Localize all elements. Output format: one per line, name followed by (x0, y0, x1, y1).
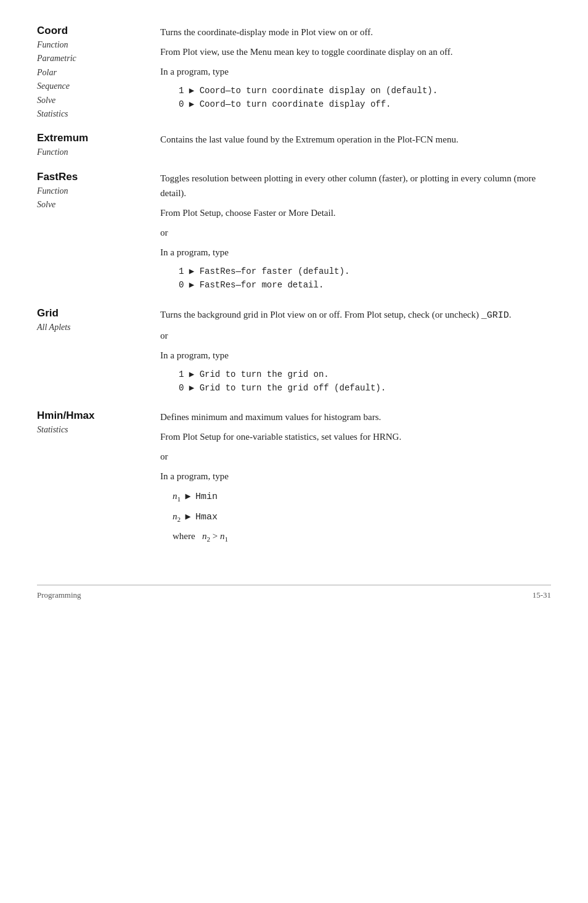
grid-sub-1: All Aplets (37, 321, 148, 334)
extremum-subtitles: Function (37, 146, 148, 159)
hmin-n1: n (173, 491, 178, 501)
entry-grid-left: Grid All Aplets (37, 307, 160, 399)
extremum-para-1: Contains the last value found by the Ext… (160, 132, 551, 147)
hmin-arrow: ▶ (186, 492, 191, 502)
entry-extremum-right: Contains the last value found by the Ext… (160, 132, 551, 159)
entry-extremum: Extremum Function Contains the last valu… (37, 132, 551, 159)
entry-hmin-hmax-right: Defines minimum and maximum values for h… (160, 410, 551, 549)
hmin-sub1: 1 (178, 495, 181, 503)
grid-para-2: In a program, type (160, 348, 551, 363)
grid-code-2: 0 ▶ Grid to turn the grid off (default). (179, 381, 551, 395)
coord-sub-5: Solve (37, 94, 148, 107)
fastres-title: FastRes (37, 171, 148, 183)
extremum-title: Extremum (37, 132, 148, 144)
fastres-code-2: 0 ▶ FastRes—for more detail. (179, 278, 551, 292)
fastres-para-2: From Plot Setup, choose Faster or More D… (160, 205, 551, 220)
entry-fastres: FastRes Function Solve Toggles resolutio… (37, 171, 551, 296)
entry-grid: Grid All Aplets Turns the background gri… (37, 307, 551, 399)
entry-grid-right: Turns the background grid in Plot view o… (160, 307, 551, 399)
hmax-cmd: Hmax (195, 512, 218, 522)
coord-sub-2: Parametric (37, 52, 148, 65)
fastres-subtitles: Function Solve (37, 184, 148, 212)
entry-extremum-left: Extremum Function (37, 132, 160, 159)
fastres-para-3: In a program, type (160, 245, 551, 260)
entry-fastres-left: FastRes Function Solve (37, 171, 160, 296)
entry-coord-right: Turns the coordinate-display mode in Plo… (160, 25, 551, 121)
hmin-hmax-math-block: n1 ▶ Hmin n2 ▶ Hmax where n2 > n1 (173, 489, 551, 545)
entry-hmin-hmax-left: Hmin/Hmax Statistics (37, 410, 160, 549)
fastres-sub-2: Solve (37, 198, 148, 212)
hmin-hmax-sub-1: Statistics (37, 423, 148, 437)
coord-code-1: 1 ▶ Coord—to turn coordinate display on … (179, 84, 551, 97)
coord-subtitles: Function Parametric Polar Sequence Solve… (37, 38, 148, 121)
page-content: Coord Function Parametric Polar Sequence… (37, 25, 551, 560)
coord-sub-4: Sequence (37, 80, 148, 93)
hmax-sub2: 2 (178, 516, 181, 523)
grid-subtitles: All Aplets (37, 321, 148, 334)
hmax-n2: n (173, 511, 178, 521)
fastres-para-or: or (160, 225, 551, 240)
coord-code-block: 1 ▶ Coord—to turn coordinate display on … (179, 84, 551, 112)
fastres-code-block: 1 ▶ FastRes—for faster (default). 0 ▶ Fa… (179, 265, 551, 292)
entry-coord: Coord Function Parametric Polar Sequence… (37, 25, 551, 121)
footer-left: Programming (37, 590, 81, 600)
footer-right: 15-31 (533, 590, 551, 600)
coord-para-2: From Plot view, use the Menu mean key to… (160, 44, 551, 59)
hmin-hmax-para-1: Defines minimum and maximum values for h… (160, 410, 551, 424)
grid-code-block: 1 ▶ Grid to turn the grid on. 0 ▶ Grid t… (179, 368, 551, 395)
coord-sub-3: Polar (37, 66, 148, 80)
hmin-hmax-para-3: In a program, type (160, 469, 551, 484)
entry-coord-left: Coord Function Parametric Polar Sequence… (37, 25, 160, 121)
grid-para-1: Turns the background grid in Plot view o… (160, 307, 551, 323)
coord-para-1: Turns the coordinate-display mode in Plo… (160, 25, 551, 39)
fastres-sub-1: Function (37, 184, 148, 198)
entry-hmin-hmax: Hmin/Hmax Statistics Defines minimum and… (37, 410, 551, 549)
hmin-hmax-title: Hmin/Hmax (37, 410, 148, 422)
fastres-para-1: Toggles resolution between plotting in e… (160, 171, 551, 200)
extremum-sub-1: Function (37, 146, 148, 159)
hmin-hmax-para-or: or (160, 449, 551, 464)
grid-title: Grid (37, 307, 148, 320)
hmin-hmax-subtitles: Statistics (37, 423, 148, 437)
fastres-code-1: 1 ▶ FastRes—for faster (default). (179, 265, 551, 278)
hmin-hmax-para-2: From Plot Setup for one-variable statist… (160, 429, 551, 444)
coord-sub-6: Statistics (37, 107, 148, 121)
entry-fastres-right: Toggles resolution between plotting in e… (160, 171, 551, 296)
hmin-hmax-where: where n2 > n1 (173, 529, 551, 545)
coord-sub-1: Function (37, 38, 148, 52)
coord-para-3: In a program, type (160, 64, 551, 79)
coord-code-2: 0 ▶ Coord—to turn coordinate display off… (179, 97, 551, 111)
hmax-arrow: ▶ (186, 512, 191, 522)
grid-code-1: 1 ▶ Grid to turn the grid on. (179, 368, 551, 381)
hmin-math-line: n1 ▶ Hmin (173, 489, 551, 505)
page-footer: Programming 15-31 (37, 585, 551, 600)
grid-para-or: or (160, 328, 551, 343)
hmin-cmd: Hmin (195, 492, 218, 502)
hmax-math-line: n2 ▶ Hmax (173, 509, 551, 526)
coord-title: Coord (37, 25, 148, 37)
